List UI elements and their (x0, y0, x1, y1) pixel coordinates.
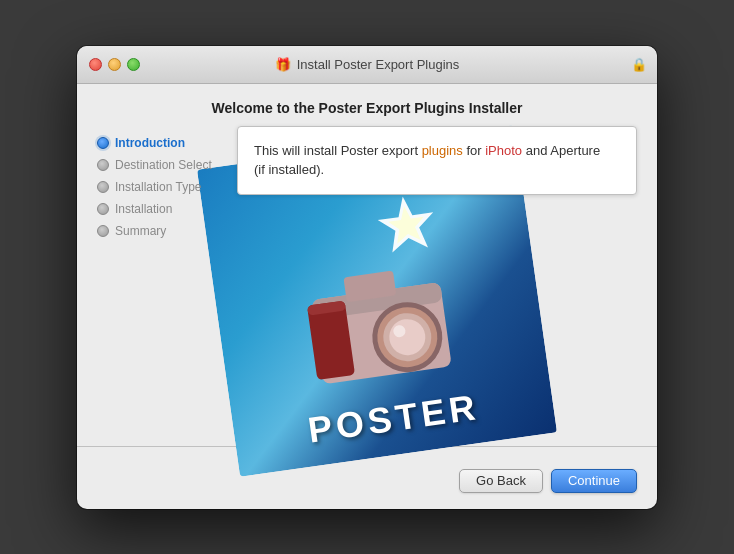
content-panel: POSTER This will install Poster export p… (237, 126, 637, 446)
traffic-lights (89, 58, 140, 71)
step-summary: Summary (97, 224, 237, 238)
step-dot-destination (97, 159, 109, 171)
titlebar-title: 🎁 Install Poster Export Plugins (275, 57, 460, 72)
main-area: Introduction Destination Select Installa… (77, 126, 657, 446)
continue-button[interactable]: Continue (551, 469, 637, 493)
info-text-plugins: plugins (422, 143, 463, 158)
step-installation: Installation (97, 202, 237, 216)
steps-sidebar: Introduction Destination Select Installa… (97, 126, 237, 446)
installer-window: 🎁 Install Poster Export Plugins 🔒 Welcom… (77, 46, 657, 509)
step-label-installation-type: Installation Type (115, 180, 202, 194)
go-back-button[interactable]: Go Back (459, 469, 543, 493)
maximize-button[interactable] (127, 58, 140, 71)
step-destination: Destination Select (97, 158, 237, 172)
step-dot-installation (97, 203, 109, 215)
info-text-iphoto: iPhoto (485, 143, 522, 158)
step-dot-introduction (97, 137, 109, 149)
info-text-middle: for (463, 143, 485, 158)
main-content: Welcome to the Poster Export Plugins Ins… (77, 84, 657, 509)
info-box: This will install Poster export plugins … (237, 126, 637, 195)
step-label-destination: Destination Select (115, 158, 212, 172)
titlebar: 🎁 Install Poster Export Plugins 🔒 (77, 46, 657, 84)
step-label-introduction: Introduction (115, 136, 185, 150)
info-text-before: This will install Poster export (254, 143, 422, 158)
lock-icon: 🔒 (631, 57, 647, 72)
step-dot-summary (97, 225, 109, 237)
step-introduction: Introduction (97, 136, 237, 150)
poster-camera-svg (274, 189, 480, 412)
step-dot-installation-type (97, 181, 109, 193)
minimize-button[interactable] (108, 58, 121, 71)
close-button[interactable] (89, 58, 102, 71)
step-label-installation: Installation (115, 202, 172, 216)
step-label-summary: Summary (115, 224, 166, 238)
titlebar-icon: 🎁 (275, 57, 291, 72)
step-installation-type: Installation Type (97, 180, 237, 194)
bottom-bar: Go Back Continue (77, 457, 657, 509)
page-title: Welcome to the Poster Export Plugins Ins… (77, 84, 657, 126)
